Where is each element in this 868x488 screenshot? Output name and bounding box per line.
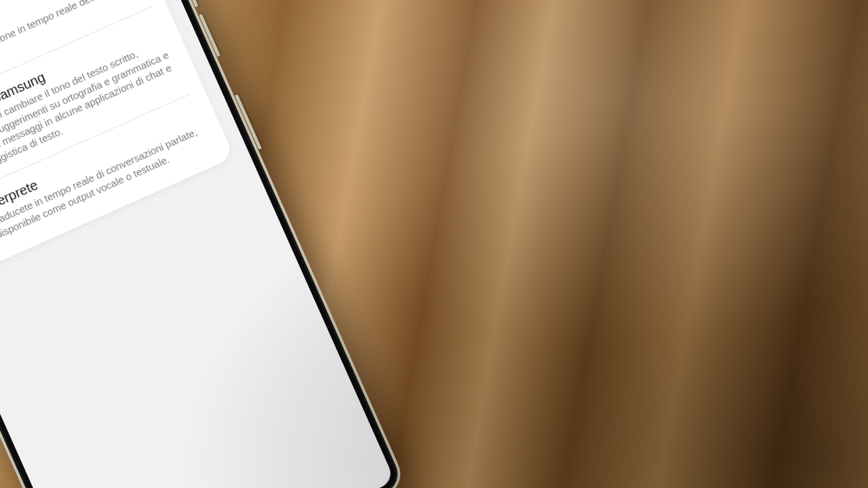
settings-page: Intelligenza avanzata Queste potenti fun… [0,0,395,488]
phone-screen: 13:11 [0,0,395,488]
settings-list-card: Telefono Fornisce la traduzione in tempo… [0,0,235,281]
wooden-table-background: 13:11 [0,0,868,488]
phone-device: 13:11 [0,0,408,488]
